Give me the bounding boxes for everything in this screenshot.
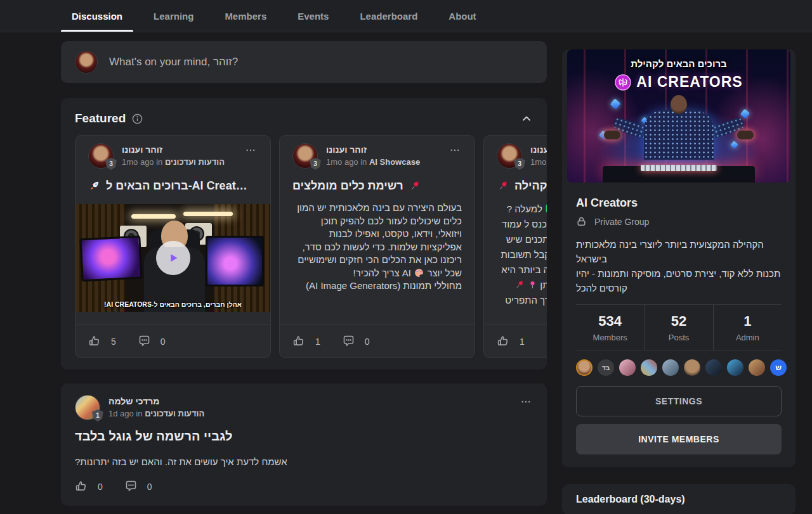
author-avatar[interactable]: 1 xyxy=(75,395,100,420)
like-button[interactable]: 1 xyxy=(292,335,320,348)
post-title[interactable]: קהילה xyxy=(497,177,547,194)
post-timestamp: 1mo ago in xyxy=(326,157,367,167)
thumbs-up-icon xyxy=(88,335,102,348)
rocket-icon xyxy=(88,179,101,192)
tab-learning[interactable]: Learning xyxy=(143,0,204,32)
comment-button[interactable] xyxy=(546,335,547,348)
comment-button[interactable]: 0 xyxy=(124,480,152,493)
post-title-text: ברוכים הבאים ל-AI Creat… xyxy=(106,177,247,194)
stat-label: Members xyxy=(576,333,644,342)
level-badge: 3 xyxy=(514,158,525,170)
comment-icon xyxy=(546,335,547,348)
pushpin-icon xyxy=(409,179,421,192)
post-body-text: למעלה ? xyxy=(507,203,542,214)
level-badge: 3 xyxy=(105,158,117,170)
post-composer[interactable]: What's on your mind, זוהר? xyxy=(61,41,547,83)
member-avatar[interactable] xyxy=(619,359,636,376)
more-menu-icon[interactable] xyxy=(519,395,533,409)
author-name[interactable]: זוהר וענונו xyxy=(530,144,547,155)
tab-discussion[interactable]: Discussion xyxy=(61,0,133,32)
info-icon[interactable] xyxy=(132,113,143,124)
group-banner: ברוכים הבאים לקהילת AI CREATORS xyxy=(567,49,790,183)
post-body-text: ניתן xyxy=(540,279,547,290)
thumbs-up-icon xyxy=(497,335,510,348)
author-name[interactable]: זוהר וענונו xyxy=(122,144,225,155)
stat-value: 1 xyxy=(714,313,782,330)
round-pin-icon xyxy=(528,280,537,290)
author-name[interactable]: מרדכי שלמה xyxy=(108,395,204,407)
member-avatar[interactable]: בד xyxy=(598,359,614,376)
top-nav: Discussion Learning Members Events Leade… xyxy=(0,0,812,32)
member-avatar[interactable] xyxy=(749,359,765,376)
like-button[interactable]: 0 xyxy=(75,480,103,493)
like-button[interactable]: 5 xyxy=(88,335,116,348)
comment-button[interactable]: 0 xyxy=(138,335,166,348)
like-count: 5 xyxy=(111,337,116,347)
tab-label: Leaderboard xyxy=(360,11,417,22)
post-body: בעולם היצירה עם בינה מלאכותית יש המון כל… xyxy=(292,202,462,293)
stat-label: Admin xyxy=(714,333,782,342)
check-icon xyxy=(545,203,547,214)
leaderboard-card: Leaderboard (30-days) xyxy=(562,484,796,514)
featured-card-welcome[interactable]: 3 זוהר וענונו 1mo ago in הודעות ועדכונים xyxy=(75,135,271,358)
tab-members[interactable]: Members xyxy=(214,0,277,32)
thumbnail-art xyxy=(206,236,264,286)
post-timestamp: 1mo ago in xyxy=(122,157,162,167)
like-button[interactable]: 1 xyxy=(497,335,525,348)
more-menu-icon[interactable] xyxy=(448,143,462,157)
featured-card-community[interactable]: 3 זוהר וענונו 1mo ago in xyxy=(483,135,547,358)
thumbs-up-icon xyxy=(75,480,88,493)
comment-count: 0 xyxy=(365,337,370,347)
featured-card-tools[interactable]: 3 זוהר וענונו 1mo ago in AI Showcase xyxy=(279,135,475,358)
member-avatar[interactable] xyxy=(662,359,679,376)
level-badge: 3 xyxy=(310,158,321,170)
post-title[interactable]: ברוכים הבאים ל-AI Creat… xyxy=(88,177,258,194)
author-avatar[interactable]: 3 xyxy=(292,143,318,169)
post-timestamp: 1mo ago in xyxy=(530,157,547,167)
comment-count: 0 xyxy=(160,337,166,347)
brain-icon xyxy=(615,74,631,91)
post-title-text: קהילה xyxy=(514,177,547,194)
feed-post[interactable]: 1 מרדכי שלמה 1d ago in הודעות ועדכונים ל… xyxy=(61,383,547,506)
settings-button[interactable]: SETTINGS xyxy=(576,386,782,416)
author-avatar[interactable]: 3 xyxy=(497,143,522,169)
stat-members: 534 Members xyxy=(576,305,644,350)
member-avatar[interactable] xyxy=(684,359,700,376)
play-button[interactable] xyxy=(156,241,190,275)
tab-label: Members xyxy=(225,11,266,22)
post-title[interactable]: לגביי הרשמה של גוגל בלבד xyxy=(75,429,533,444)
current-user-avatar[interactable] xyxy=(75,51,98,74)
tab-leaderboard[interactable]: Leaderboard xyxy=(349,0,428,32)
post-actions: 0 0 xyxy=(75,480,533,493)
comment-count: 0 xyxy=(147,482,152,492)
comment-button[interactable]: 0 xyxy=(342,335,370,348)
author-name[interactable]: זוהר וענונו xyxy=(326,144,420,155)
post-category[interactable]: הודעות ועדכונים xyxy=(165,157,225,167)
post-category[interactable]: AI Showcase xyxy=(369,157,420,167)
post-title[interactable]: רשימת כלים מומלצים xyxy=(292,177,462,194)
post-meta: 1mo ago in xyxy=(530,157,547,168)
member-avatar[interactable] xyxy=(727,359,743,376)
post-body-text: לקבל תשובות xyxy=(484,247,547,262)
tab-about[interactable]: About xyxy=(438,0,487,32)
tab-events[interactable]: Events xyxy=(287,0,339,32)
author-avatar[interactable]: 3 xyxy=(88,143,114,169)
member-avatar[interactable] xyxy=(576,359,593,376)
member-avatar[interactable]: ש xyxy=(770,359,787,376)
stat-posts: 52 Posts xyxy=(644,305,712,350)
post-category[interactable]: הודעות ועדכונים xyxy=(145,409,204,418)
invite-members-button[interactable]: INVITE MEMBERS xyxy=(576,424,782,454)
post-timestamp: 1d ago in xyxy=(108,409,143,418)
pushpin-icon xyxy=(514,279,525,290)
group-stats: 534 Members 52 Posts 1 Admin xyxy=(576,305,782,350)
post-body-text: התכנים שיש xyxy=(484,232,547,247)
post-meta: 1mo ago in AI Showcase xyxy=(326,157,420,168)
video-thumbnail[interactable]: אהלן חברים, ברוכים הבאים ל-AI CREATORS! xyxy=(75,204,270,312)
divider xyxy=(576,350,782,350)
chevron-up-icon[interactable] xyxy=(520,112,533,125)
member-avatar[interactable] xyxy=(641,359,657,376)
palette-icon xyxy=(414,267,424,278)
thumbnail-art xyxy=(183,212,233,216)
member-avatar[interactable] xyxy=(705,359,722,376)
more-menu-icon[interactable] xyxy=(244,143,258,157)
